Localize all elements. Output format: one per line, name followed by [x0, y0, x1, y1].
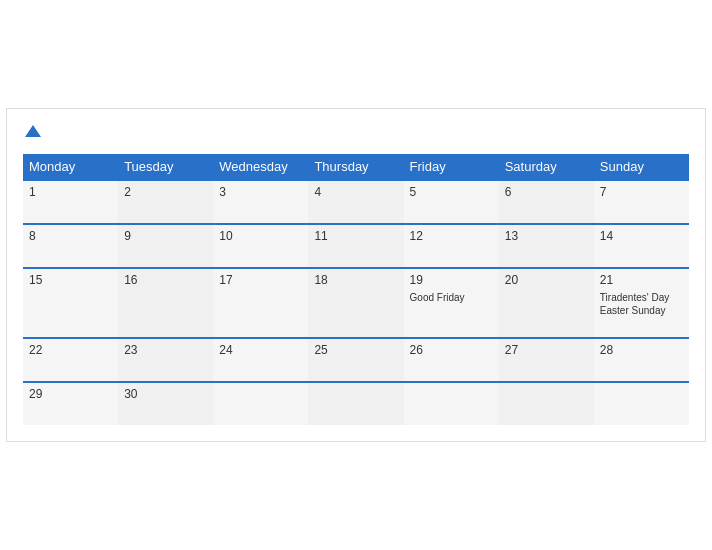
calendar-cell — [308, 382, 403, 425]
calendar-cell: 29 — [23, 382, 118, 425]
day-number: 7 — [600, 185, 683, 199]
day-number: 4 — [314, 185, 397, 199]
calendar-cell: 7 — [594, 180, 689, 224]
calendar-table: MondayTuesdayWednesdayThursdayFridaySatu… — [23, 154, 689, 425]
weekday-header-sunday: Sunday — [594, 154, 689, 180]
day-number: 14 — [600, 229, 683, 243]
day-number: 10 — [219, 229, 302, 243]
day-number: 26 — [410, 343, 493, 357]
calendar-cell: 25 — [308, 338, 403, 382]
holiday-label: Tiradentes' Day — [600, 291, 683, 304]
calendar-cell: 27 — [499, 338, 594, 382]
weekday-header-thursday: Thursday — [308, 154, 403, 180]
calendar-cell: 19Good Friday — [404, 268, 499, 338]
week-row-3: 22232425262728 — [23, 338, 689, 382]
calendar-cell: 30 — [118, 382, 213, 425]
calendar-cell: 11 — [308, 224, 403, 268]
calendar-cell — [404, 382, 499, 425]
calendar-cell: 2 — [118, 180, 213, 224]
calendar-cell: 8 — [23, 224, 118, 268]
calendar-cell — [213, 382, 308, 425]
calendar-cell: 22 — [23, 338, 118, 382]
logo-text — [23, 125, 41, 141]
calendar-cell — [594, 382, 689, 425]
day-number: 17 — [219, 273, 302, 287]
calendar-cell: 24 — [213, 338, 308, 382]
day-number: 18 — [314, 273, 397, 287]
calendar-cell: 23 — [118, 338, 213, 382]
week-row-0: 1234567 — [23, 180, 689, 224]
weekday-header-saturday: Saturday — [499, 154, 594, 180]
day-number: 28 — [600, 343, 683, 357]
week-row-2: 1516171819Good Friday2021Tiradentes' Day… — [23, 268, 689, 338]
calendar-cell: 13 — [499, 224, 594, 268]
weekday-header-monday: Monday — [23, 154, 118, 180]
day-number: 15 — [29, 273, 112, 287]
day-number: 20 — [505, 273, 588, 287]
holiday-label: Good Friday — [410, 291, 493, 304]
day-number: 29 — [29, 387, 112, 401]
day-number: 6 — [505, 185, 588, 199]
logo-triangle-icon — [25, 125, 41, 137]
weekday-header-wednesday: Wednesday — [213, 154, 308, 180]
day-number: 16 — [124, 273, 207, 287]
calendar-cell: 26 — [404, 338, 499, 382]
calendar-cell: 15 — [23, 268, 118, 338]
day-number: 5 — [410, 185, 493, 199]
day-number: 11 — [314, 229, 397, 243]
calendar-cell: 21Tiradentes' DayEaster Sunday — [594, 268, 689, 338]
calendar-cell: 16 — [118, 268, 213, 338]
calendar-cell: 9 — [118, 224, 213, 268]
week-row-4: 2930 — [23, 382, 689, 425]
day-number: 22 — [29, 343, 112, 357]
day-number: 2 — [124, 185, 207, 199]
day-number: 3 — [219, 185, 302, 199]
calendar-header — [23, 125, 689, 141]
logo — [23, 125, 41, 141]
day-number: 25 — [314, 343, 397, 357]
calendar-container: MondayTuesdayWednesdayThursdayFridaySatu… — [6, 108, 706, 443]
calendar-cell: 12 — [404, 224, 499, 268]
weekday-header-row: MondayTuesdayWednesdayThursdayFridaySatu… — [23, 154, 689, 180]
holiday-label: Easter Sunday — [600, 304, 683, 317]
calendar-cell: 4 — [308, 180, 403, 224]
day-number: 13 — [505, 229, 588, 243]
day-number: 9 — [124, 229, 207, 243]
weekday-header-friday: Friday — [404, 154, 499, 180]
day-number: 27 — [505, 343, 588, 357]
calendar-cell: 28 — [594, 338, 689, 382]
weekday-header-tuesday: Tuesday — [118, 154, 213, 180]
day-number: 8 — [29, 229, 112, 243]
day-number: 12 — [410, 229, 493, 243]
day-number: 19 — [410, 273, 493, 287]
calendar-cell: 20 — [499, 268, 594, 338]
calendar-cell — [499, 382, 594, 425]
week-row-1: 891011121314 — [23, 224, 689, 268]
calendar-cell: 17 — [213, 268, 308, 338]
calendar-cell: 5 — [404, 180, 499, 224]
calendar-cell: 1 — [23, 180, 118, 224]
day-number: 1 — [29, 185, 112, 199]
calendar-cell: 6 — [499, 180, 594, 224]
calendar-cell: 10 — [213, 224, 308, 268]
calendar-cell: 18 — [308, 268, 403, 338]
day-number: 21 — [600, 273, 683, 287]
calendar-cell: 3 — [213, 180, 308, 224]
day-number: 23 — [124, 343, 207, 357]
calendar-cell: 14 — [594, 224, 689, 268]
day-number: 24 — [219, 343, 302, 357]
day-number: 30 — [124, 387, 207, 401]
